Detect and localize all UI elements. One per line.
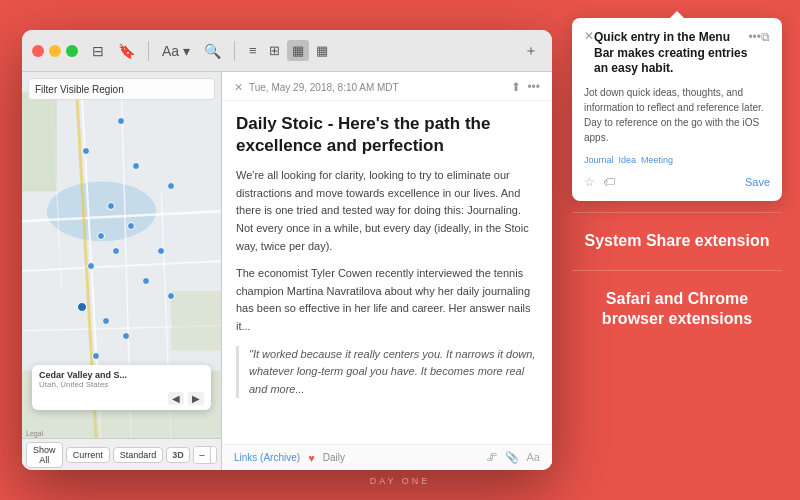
sidebar-toggle-button[interactable]: ⊟ [88, 41, 108, 61]
feature-item-2: System Share extension [572, 212, 782, 270]
svg-line-4 [22, 261, 221, 271]
map-pin[interactable] [107, 202, 115, 210]
attachment-icon[interactable]: 📎 [505, 451, 519, 464]
map-zoom-controls: − + [193, 446, 217, 464]
entry-close-button[interactable]: ✕ [234, 81, 243, 94]
share-icon[interactable]: ⬆ [511, 80, 521, 94]
view-buttons: ≡ ⊞ ▦ ▦ [244, 40, 333, 61]
toolbar-separator [148, 41, 149, 61]
search-button[interactable]: 🔍 [200, 41, 225, 61]
entry-date: Tue, May 29, 2018, 8:10 AM MDT [249, 82, 505, 93]
zoom-out-button[interactable]: − [194, 447, 211, 463]
add-entry-button[interactable]: ＋ [520, 40, 542, 62]
map-pin[interactable] [82, 147, 90, 155]
svg-rect-9 [22, 92, 57, 191]
map-pin[interactable] [102, 317, 110, 325]
map-3d-button[interactable]: 3D [166, 447, 190, 463]
star-icon[interactable]: ☆ [584, 175, 595, 189]
map-pin[interactable] [122, 332, 130, 340]
map-pin[interactable] [132, 162, 140, 170]
callout-title: Cedar Valley and S... [39, 370, 204, 380]
map-pin-highlighted[interactable] [77, 302, 87, 312]
popup-menu-button[interactable]: ••• [748, 30, 761, 44]
list-view-button[interactable]: ≡ [244, 40, 262, 61]
show-all-button[interactable]: Show All [26, 442, 63, 468]
map-legal: Legal [26, 430, 43, 437]
zoom-in-button[interactable]: + [211, 447, 217, 463]
map-pin[interactable] [87, 262, 95, 270]
grid-view-button[interactable]: ⊞ [264, 40, 285, 61]
current-button[interactable]: Current [66, 447, 110, 463]
popup-close-button[interactable]: ✕ [584, 30, 594, 42]
popup-copy-button[interactable]: ⧉ [761, 30, 770, 44]
dayone-logo: DAY ONE [370, 476, 431, 486]
callout-sub: Utah, United States [39, 380, 204, 389]
maximize-traffic-light[interactable] [66, 45, 78, 57]
map-svg [22, 72, 221, 470]
entry-area: ✕ Tue, May 29, 2018, 8:10 AM MDT ⬆ ••• D… [222, 72, 552, 470]
entry-paragraph-2: The economist Tyler Cowen recently inter… [236, 265, 538, 335]
map-pin[interactable] [167, 292, 175, 300]
app-window: ⊟ 🔖 Aa ▾ 🔍 ≡ ⊞ ▦ ▦ ＋ [22, 30, 552, 470]
callout-next-button[interactable]: ▶ [188, 392, 204, 405]
popup-save-button[interactable]: Save [745, 176, 770, 188]
entry-paragraph-1: We're all looking for clarity, looking t… [236, 167, 538, 255]
entry-body: Daily Stoic - Here's the path the excell… [222, 101, 552, 444]
svg-rect-11 [171, 291, 221, 351]
entry-title: Daily Stoic - Here's the path the excell… [236, 113, 538, 157]
feature-item-3: Safari and Chrome browser extensions [572, 270, 782, 349]
map-area: Filter Visible Region Cedar Valley and S… [22, 72, 222, 470]
popup-title: Quick entry in the Menu Bar makes creati… [594, 30, 748, 77]
callout-prev-button[interactable]: ◀ [168, 392, 184, 405]
toolbar: ⊟ 🔖 Aa ▾ 🔍 ≡ ⊞ ▦ ▦ ＋ [22, 30, 552, 72]
entry-header: ✕ Tue, May 29, 2018, 8:10 AM MDT ⬆ ••• [222, 72, 552, 101]
map-pin[interactable] [142, 277, 150, 285]
popup-notch [670, 11, 684, 18]
traffic-lights [32, 45, 78, 57]
popup-tag-journal[interactable]: Journal [584, 155, 614, 165]
calendar-view-button[interactable]: ▦ [311, 40, 333, 61]
toolbar-separator-2 [234, 41, 235, 61]
map-pin[interactable] [92, 352, 100, 360]
popup-body: Jot down quick ideas, thoughts, and info… [584, 85, 770, 145]
map-view-button[interactable]: ▦ [287, 40, 309, 61]
entry-footer-icons: 🖇 📎 Aa [486, 451, 540, 464]
bookmark-button[interactable]: 🔖 [114, 41, 139, 61]
callout-buttons: ◀ ▶ [39, 392, 204, 405]
main-content: Filter Visible Region Cedar Valley and S… [22, 72, 552, 470]
entry-archive-link[interactable]: Links (Archive) [234, 452, 300, 463]
map-background: Filter Visible Region Cedar Valley and S… [22, 72, 221, 470]
popup-tag-idea[interactable]: Idea [619, 155, 637, 165]
map-pin[interactable] [117, 117, 125, 125]
map-pin[interactable] [157, 247, 165, 255]
entry-blockquote: "It worked because it really centers you… [236, 346, 538, 399]
filter-text: Filter Visible Region [35, 84, 124, 95]
minimize-traffic-light[interactable] [49, 45, 61, 57]
map-pin[interactable] [167, 182, 175, 190]
more-icon[interactable]: ••• [527, 80, 540, 94]
standard-button[interactable]: Standard [113, 447, 164, 463]
map-pin[interactable] [97, 232, 105, 240]
map-pin[interactable] [112, 247, 120, 255]
map-pin[interactable] [127, 222, 135, 230]
map-callout: Cedar Valley and S... Utah, United State… [32, 365, 211, 410]
popup-header: ✕ Quick entry in the Menu Bar makes crea… [584, 30, 770, 77]
toolbar-icons: ⊟ 🔖 Aa ▾ 🔍 ≡ ⊞ ▦ ▦ ＋ [88, 40, 542, 62]
font-size-icon[interactable]: Aa [527, 451, 540, 464]
paperclip-icon[interactable]: 🖇 [486, 451, 497, 464]
feature-title-2: System Share extension [582, 231, 772, 252]
popup-tag-meeting[interactable]: Meeting [641, 155, 673, 165]
map-filter-bar: Filter Visible Region [28, 78, 215, 100]
map-bottom-bar: Show All Current Standard 3D − + [22, 438, 221, 470]
feature-title-3: Safari and Chrome browser extensions [582, 289, 772, 331]
close-traffic-light[interactable] [32, 45, 44, 57]
popup-tags: Journal Idea Meeting [584, 155, 770, 165]
popup-footer: ☆ 🏷 Save [584, 175, 770, 189]
entry-tag[interactable]: Daily [323, 452, 345, 463]
heart-icon[interactable]: ♥ [308, 452, 315, 464]
tag-icon[interactable]: 🏷 [603, 175, 615, 189]
text-format-button[interactable]: Aa ▾ [158, 41, 194, 61]
entry-header-icons: ⬆ ••• [511, 80, 540, 94]
popup-footer-icons: ☆ 🏷 [584, 175, 615, 189]
popup-card: ✕ Quick entry in the Menu Bar makes crea… [572, 18, 782, 201]
